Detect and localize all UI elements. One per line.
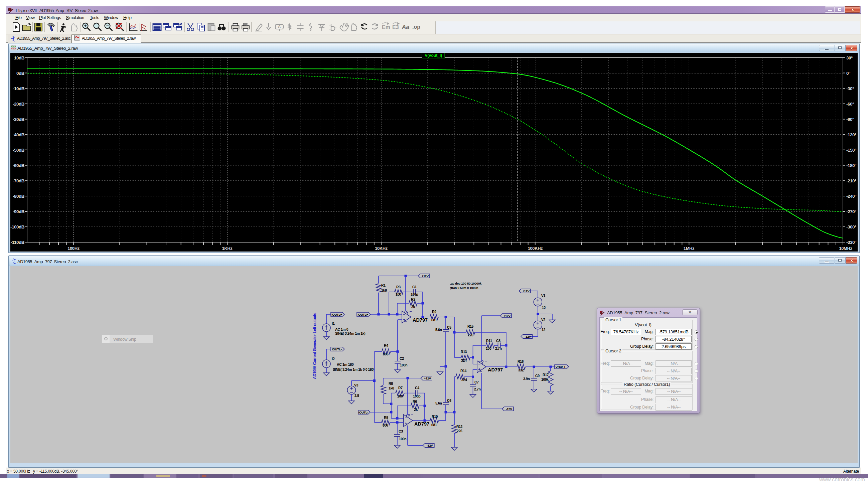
svg-text:-10dB: -10dB (13, 86, 25, 91)
svg-text:-150°: -150° (846, 148, 856, 153)
svg-text:324: 324 (461, 378, 467, 382)
svg-text:V3: V3 (354, 383, 359, 387)
svg-text:C1: C1 (412, 285, 416, 289)
svg-text:+12V: +12V (522, 289, 530, 293)
svg-text:R4: R4 (384, 343, 388, 347)
svg-text:A: A (278, 24, 281, 29)
svg-text:.op: .op (412, 24, 420, 30)
svg-text:3.9n: 3.9n (523, 377, 530, 381)
svg-text:2k: 2k (414, 408, 417, 412)
svg-text:-240°: -240° (846, 194, 856, 199)
svg-text:R17: R17 (542, 373, 549, 377)
svg-text:100p: 100p (411, 292, 418, 296)
svg-text:1k8: 1k8 (381, 288, 387, 292)
svg-text:C4: C4 (415, 386, 419, 390)
svg-text:10dB: 10dB (14, 56, 25, 60)
svg-text:-120°: -120° (846, 132, 856, 137)
svg-text:C3: C3 (399, 429, 403, 433)
svg-text:2.7n: 2.7n (474, 387, 480, 391)
svg-text:+12V: +12V (424, 377, 431, 380)
svg-text:R2: R2 (411, 297, 415, 301)
svg-text:Aa: Aa (402, 24, 410, 30)
svg-text:-300°: -300° (846, 224, 856, 229)
svg-text:IOUTL-: IOUTL- (332, 347, 341, 351)
svg-text:+12V: +12V (422, 274, 429, 278)
svg-text:1MHz: 1MHz (684, 246, 694, 251)
svg-text:10KHz: 10KHz (375, 246, 388, 251)
svg-text:R8: R8 (389, 382, 393, 385)
svg-text:-20dB: -20dB (13, 101, 25, 106)
svg-text:681: 681 (431, 423, 437, 427)
svg-text:Em: Em (382, 24, 390, 30)
svg-text:R1: R1 (381, 283, 385, 287)
svg-text:IOUTL+: IOUTL+ (358, 313, 368, 316)
svg-text:2.8: 2.8 (354, 393, 359, 397)
svg-text:-30°: -30° (846, 86, 854, 91)
svg-text:100: 100 (397, 394, 403, 398)
svg-text:C5: C5 (447, 325, 452, 329)
svg-text:100n: 100n (400, 363, 407, 367)
svg-text:I2: I2 (332, 357, 335, 361)
svg-text:AC 1m 180: AC 1m 180 (337, 362, 354, 366)
svg-text:324: 324 (461, 358, 467, 362)
svg-text:681: 681 (431, 318, 437, 322)
svg-text:1k8: 1k8 (389, 386, 394, 390)
svg-text:12: 12 (542, 305, 546, 310)
svg-text:226: 226 (468, 333, 473, 337)
svg-text:2k: 2k (411, 304, 415, 309)
svg-text:IOUTL+: IOUTL+ (332, 313, 342, 316)
svg-text:806: 806 (383, 352, 389, 356)
svg-text:V1: V1 (541, 294, 546, 298)
svg-text:100n: 100n (399, 437, 406, 441)
svg-text:100p: 100p (413, 394, 420, 398)
svg-text:AD797: AD797 (488, 367, 503, 373)
svg-text:0dB: 0dB (17, 71, 25, 76)
svg-text:.ac dec 100 50 10000k: .ac dec 100 50 10000k (450, 282, 482, 285)
svg-text:C9: C9 (535, 374, 539, 378)
svg-text:C7: C7 (474, 380, 479, 384)
svg-text:5.6n: 5.6n (435, 328, 442, 332)
svg-text:;tran 0 50m 0 1000n: ;tran 0 50m 0 1000n (450, 286, 478, 290)
svg-text:AC 1m 0: AC 1m 0 (335, 327, 348, 331)
svg-text:R7: R7 (398, 386, 403, 390)
svg-text:R10: R10 (432, 415, 438, 419)
svg-text:-50dB: -50dB (13, 148, 25, 153)
svg-text:-210°: -210° (846, 179, 856, 183)
svg-text:-110dB: -110dB (11, 240, 25, 245)
svg-text:I1: I1 (332, 321, 335, 325)
svg-text:100KHz: 100KHz (528, 246, 543, 251)
svg-text:-70dB: -70dB (13, 179, 25, 183)
svg-text:+: + (84, 23, 87, 28)
svg-text:AD797: AD797 (414, 421, 429, 426)
svg-text:R13: R13 (461, 350, 467, 354)
svg-text:C8: C8 (496, 339, 500, 343)
svg-text:-30dB: -30dB (13, 117, 25, 122)
svg-text:2.7n: 2.7n (495, 346, 501, 350)
svg-text:E3: E3 (392, 24, 399, 30)
svg-text:V2: V2 (541, 318, 546, 322)
svg-text:-60dB: -60dB (13, 163, 25, 168)
svg-text:100k: 100k (541, 378, 549, 382)
svg-text:R16: R16 (518, 359, 524, 363)
svg-text:-12V: -12V (427, 444, 433, 447)
svg-text:R9: R9 (432, 310, 436, 314)
svg-text:-270°: -270° (846, 209, 856, 214)
svg-text:R15: R15 (467, 324, 474, 328)
svg-text:VOut_L: VOut_L (556, 365, 566, 369)
svg-text:-12V: -12V (506, 407, 513, 411)
svg-text:-180°: -180° (846, 163, 856, 168)
svg-text:-40dB: -40dB (13, 132, 25, 137)
svg-text:SINE(-3.24m 1m 1k): SINE(-3.24m 1m 1k) (335, 331, 365, 335)
svg-text:R12: R12 (456, 424, 463, 428)
svg-text:-60°: -60° (846, 101, 854, 106)
svg-text:5.6n: 5.6n (435, 401, 442, 405)
svg-text:R6: R6 (413, 399, 417, 404)
svg-text:-12V: -12V (525, 335, 531, 339)
svg-text:SINE(-3.24m 1m 1k 0 0 180): SINE(-3.24m 1m 1k 0 0 180) (333, 367, 375, 372)
svg-text:1KHz: 1KHz (222, 246, 233, 251)
svg-text:100Hz: 100Hz (67, 246, 80, 251)
svg-text:AD797: AD797 (413, 317, 428, 323)
svg-text:100: 100 (396, 292, 401, 296)
svg-text:-80dB: -80dB (13, 194, 25, 199)
svg-text:C2: C2 (400, 356, 404, 360)
